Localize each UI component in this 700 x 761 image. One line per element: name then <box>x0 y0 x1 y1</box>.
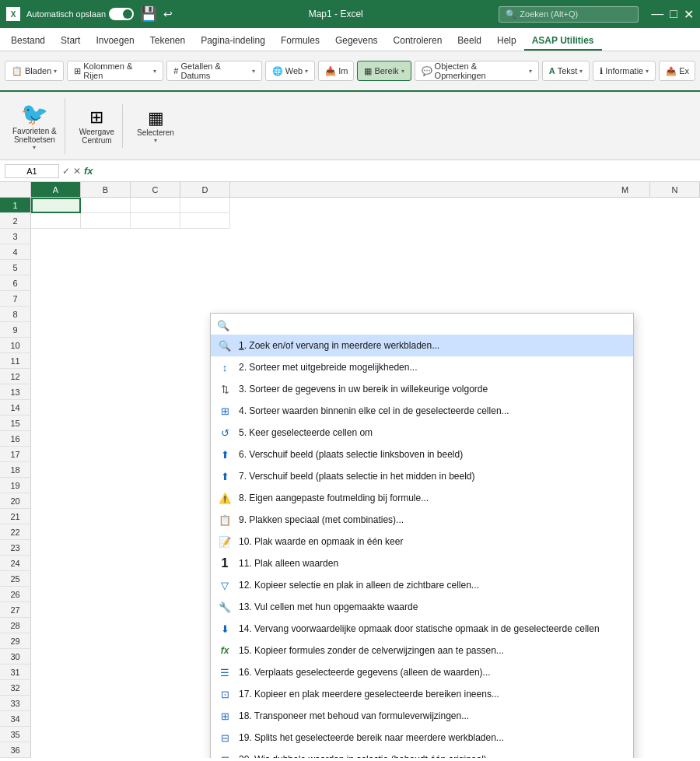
menu-item-16[interactable]: ☰ 16. Verplaats geselecteerde gegevens (… <box>211 661 633 683</box>
row-22[interactable]: 22 <box>0 524 31 540</box>
favorieten-icon[interactable]: 🐦 <box>21 101 48 127</box>
btn-objecten[interactable]: 💬 Objecten & Opmerkingen ▾ <box>415 61 539 81</box>
search-bar[interactable]: 🔍 <box>499 6 639 23</box>
row-16[interactable]: 16 <box>0 431 31 447</box>
row-35[interactable]: 35 <box>0 727 31 742</box>
row-8[interactable]: 8 <box>0 307 31 322</box>
row-4[interactable]: 4 <box>0 244 31 260</box>
save-icon[interactable]: 💾 <box>140 5 157 23</box>
menu-item-1[interactable]: 🔍 1. Zoek en/of vervang in meerdere werk… <box>211 335 633 356</box>
tab-pagina[interactable]: Pagina-indeling <box>193 32 273 51</box>
row-33[interactable]: 33 <box>0 696 31 711</box>
btn-informatie[interactable]: ℹ Informatie ▾ <box>593 61 656 81</box>
tab-controleren[interactable]: Controleren <box>386 32 450 51</box>
cell-d2[interactable] <box>180 213 230 229</box>
row-14[interactable]: 14 <box>0 400 31 416</box>
btn-kolommen[interactable]: ⊞ Kolommen & Rijen ▾ <box>67 61 163 81</box>
menu-item-4[interactable]: ⊞ 4. Sorteer waarden binnenin elke cel i… <box>211 400 633 422</box>
row-11[interactable]: 11 <box>0 353 31 369</box>
tab-tekenen[interactable]: Tekenen <box>142 32 193 51</box>
row-3[interactable]: 3 <box>0 229 31 244</box>
row-10[interactable]: 10 <box>0 338 31 353</box>
menu-search-input[interactable] <box>234 321 627 331</box>
col-header-m[interactable]: M <box>600 182 650 197</box>
autosave-area[interactable]: Automatisch opslaan <box>26 8 134 20</box>
menu-item-17[interactable]: ⊡ 17. Kopieer en plak meerdere geselecte… <box>211 683 633 705</box>
menu-item-3[interactable]: ⇅ 3. Sorteer de gegevens in uw bereik in… <box>211 378 633 400</box>
cell-b2[interactable] <box>81 213 131 229</box>
btn-tekst[interactable]: A Tekst ▾ <box>542 61 590 81</box>
search-input[interactable] <box>520 9 628 19</box>
row-2[interactable]: 2 <box>0 213 31 229</box>
undo-icon[interactable]: ↩ <box>163 8 173 20</box>
formula-input[interactable] <box>96 166 695 177</box>
row-1[interactable]: 1 <box>0 198 31 213</box>
col-header-b[interactable]: B <box>81 182 131 197</box>
btn-bereik[interactable]: ▦ Bereik ▾ <box>357 61 411 81</box>
cell-d1[interactable] <box>180 198 230 213</box>
row-18[interactable]: 18 <box>0 462 31 478</box>
row-34[interactable]: 34 <box>0 711 31 727</box>
row-17[interactable]: 17 <box>0 447 31 462</box>
tab-help[interactable]: Help <box>489 32 524 51</box>
col-header-d[interactable]: D <box>180 182 230 197</box>
tab-asap[interactable]: ASAP Utilities <box>524 32 602 51</box>
tab-formules[interactable]: Formules <box>273 32 327 51</box>
btn-im[interactable]: 📥 Im <box>318 61 354 81</box>
menu-item-5[interactable]: ↺ 5. Keer geselecteerde cellen om <box>211 422 633 444</box>
autosave-toggle[interactable] <box>109 8 134 20</box>
cell-reference[interactable] <box>5 164 59 178</box>
btn-bladen[interactable]: 📋 Bladen ▾ <box>5 61 64 81</box>
tab-gegevens[interactable]: Gegevens <box>327 32 386 51</box>
menu-item-12[interactable]: ▽ 12. Kopieer selectie en plak in alleen… <box>211 574 633 596</box>
row-6[interactable]: 6 <box>0 275 31 291</box>
tab-invoegen[interactable]: Invoegen <box>88 32 142 51</box>
menu-item-2[interactable]: ↕️ 2. Sorteer met uitgebreide mogelijkhe… <box>211 356 633 378</box>
cell-c2[interactable] <box>131 213 180 229</box>
tab-bestand[interactable]: Bestand <box>3 32 53 51</box>
row-21[interactable]: 21 <box>0 509 31 524</box>
row-27[interactable]: 27 <box>0 602 31 618</box>
cell-b1[interactable] <box>81 198 131 213</box>
col-header-a[interactable]: A <box>31 182 81 197</box>
selecteren-icon[interactable]: ▦ <box>148 108 164 128</box>
menu-item-11[interactable]: 1 11. Plak alleen waarden <box>211 552 633 574</box>
row-29[interactable]: 29 <box>0 633 31 649</box>
row-36[interactable]: 36 <box>0 742 31 758</box>
cell-a1[interactable] <box>31 198 81 213</box>
close-icon[interactable]: ✕ <box>684 7 694 22</box>
tab-start[interactable]: Start <box>53 32 88 51</box>
tab-beeld[interactable]: Beeld <box>450 32 489 51</box>
menu-item-9[interactable]: 📋 9. Plakken speciaal (met combinaties).… <box>211 509 633 531</box>
cell-c1[interactable] <box>131 198 180 213</box>
row-9[interactable]: 9 <box>0 322 31 338</box>
menu-item-13[interactable]: 🔧 13. Vul cellen met hun opgemaakte waar… <box>211 596 633 618</box>
btn-getallen[interactable]: # Getallen & Datums ▾ <box>166 61 261 81</box>
menu-item-14[interactable]: ⬇ 14. Vervang voorwaardelijke opmaak doo… <box>211 618 633 640</box>
row-20[interactable]: 20 <box>0 493 31 509</box>
col-header-n[interactable]: N <box>650 182 700 197</box>
btn-ex[interactable]: 📤 Ex <box>659 61 695 81</box>
menu-item-18[interactable]: ⊞ 18. Transponeer met behoud van formule… <box>211 705 633 727</box>
menu-item-19[interactable]: ⊟ 19. Splits het geselecteerde bereik na… <box>211 727 633 749</box>
row-15[interactable]: 15 <box>0 416 31 431</box>
row-23[interactable]: 23 <box>0 540 31 556</box>
menu-item-7[interactable]: ⬆ 7. Verschuif beeld (plaats selectie in… <box>211 465 633 487</box>
row-28[interactable]: 28 <box>0 618 31 633</box>
row-13[interactable]: 13 <box>0 384 31 400</box>
menu-item-8[interactable]: ⚠️ 8. Eigen aangepaste foutmelding bij f… <box>211 487 633 509</box>
btn-web[interactable]: 🌐 Web ▾ <box>265 61 315 81</box>
row-12[interactable]: 12 <box>0 369 31 384</box>
menu-item-15[interactable]: fx 15. Kopieer formules zonder de celver… <box>211 640 633 661</box>
menu-item-20[interactable]: ⊡ 20. Wis dubbele waarden in selectie (b… <box>211 749 633 758</box>
row-24[interactable]: 24 <box>0 556 31 571</box>
maximize-icon[interactable]: □ <box>670 7 677 21</box>
minimize-icon[interactable]: — <box>651 7 663 21</box>
row-25[interactable]: 25 <box>0 571 31 587</box>
row-32[interactable]: 32 <box>0 680 31 696</box>
row-30[interactable]: 30 <box>0 649 31 665</box>
cell-a2[interactable] <box>31 213 81 229</box>
row-7[interactable]: 7 <box>0 291 31 307</box>
menu-item-6[interactable]: ⬆ 6. Verschuif beeld (plaats selectie li… <box>211 444 633 465</box>
menu-item-10[interactable]: 📝 10. Plak waarde en opmaak in één keer <box>211 531 633 552</box>
